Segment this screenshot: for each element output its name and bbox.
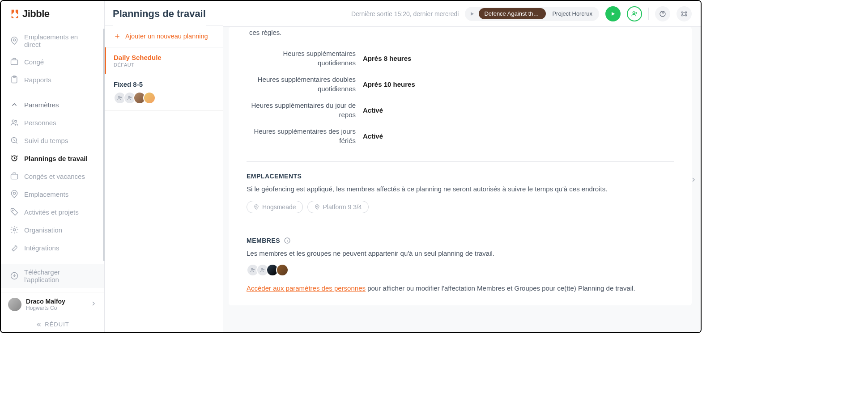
locations-section-title: EMPLACEMENTS bbox=[247, 173, 674, 180]
page-title: Plannings de travail bbox=[113, 8, 206, 20]
nav-time-tracking[interactable]: Suivi du temps bbox=[1, 131, 104, 149]
sidebar: Jibble Emplacements en direct Congé Rapp… bbox=[1, 1, 105, 332]
settings-button[interactable] bbox=[677, 6, 692, 21]
svg-point-18 bbox=[633, 12, 635, 14]
row-label: Heures supplémentaires quotidiennes bbox=[249, 49, 356, 68]
schedule-item-fixed[interactable]: Fixed 8-5 bbox=[105, 74, 223, 111]
overtime-row: Heures supplémentaires des jours fériés … bbox=[249, 123, 674, 149]
nav-integrations[interactable]: Intégrations bbox=[1, 239, 104, 257]
user-menu[interactable]: Draco Malfoy Hogwarts Co bbox=[1, 292, 104, 317]
collapse-sidebar-button[interactable]: RÉDUIT bbox=[1, 317, 104, 332]
nav-label: Activités et projets bbox=[24, 208, 79, 216]
nav-organisation[interactable]: Organisation bbox=[1, 221, 104, 239]
nav-reports[interactable]: Rapports bbox=[1, 71, 104, 89]
nav-label: Paramètres bbox=[24, 101, 59, 109]
members-section-title: MEMBRES bbox=[247, 237, 674, 244]
svg-point-0 bbox=[13, 39, 16, 41]
nav-live-locations[interactable]: Emplacements en direct bbox=[1, 29, 104, 53]
expand-panel-button[interactable] bbox=[689, 171, 698, 189]
user-org: Hogwarts Co bbox=[26, 305, 85, 311]
nav-label: Rapports bbox=[24, 76, 51, 84]
status-text: Dernière sortie 15:20, dernier mercredi bbox=[351, 10, 459, 17]
schedule-name: Daily Schedule bbox=[114, 54, 214, 61]
plus-icon bbox=[114, 33, 121, 40]
svg-rect-23 bbox=[685, 15, 687, 16]
nav-label: Personnes bbox=[24, 119, 56, 127]
logo-icon bbox=[10, 9, 20, 19]
help-button[interactable] bbox=[655, 6, 670, 21]
logo[interactable]: Jibble bbox=[1, 1, 104, 27]
add-schedule-button[interactable]: Ajouter un nouveau planning bbox=[105, 25, 223, 47]
nav-download-app[interactable]: Télécharger l'application bbox=[1, 264, 104, 288]
info-icon[interactable] bbox=[284, 237, 291, 244]
locations-section-desc: Si le géofencing est appliqué, les membr… bbox=[247, 184, 674, 194]
pin-icon bbox=[10, 36, 19, 45]
user-name: Draco Malfoy bbox=[26, 298, 85, 305]
overtime-row: Heures supplémentaires doubles quotidien… bbox=[249, 71, 674, 97]
location-tag[interactable]: Hogsmeade bbox=[247, 201, 303, 213]
avatar bbox=[8, 298, 21, 311]
pin-icon bbox=[10, 190, 19, 199]
row-value: Après 8 heures bbox=[363, 55, 411, 62]
svg-rect-1 bbox=[11, 60, 18, 65]
row-value: Après 10 heures bbox=[363, 80, 415, 88]
svg-point-9 bbox=[13, 192, 16, 194]
main: Plannings de travail Dernière sortie 15:… bbox=[223, 1, 701, 332]
svg-point-28 bbox=[253, 269, 254, 270]
nav-label: Télécharger l'application bbox=[24, 268, 95, 283]
chevron-up-icon bbox=[10, 100, 19, 109]
nav-label: Congés et vacances bbox=[24, 173, 85, 180]
topbar: Plannings de travail Dernière sortie 15:… bbox=[223, 1, 701, 27]
overtime-row: Heures supplémentaires quotidiennes Aprè… bbox=[249, 45, 674, 71]
add-label: Ajouter un nouveau planning bbox=[125, 33, 208, 40]
people-settings-link[interactable]: Accéder aux paramètres des personnes bbox=[247, 284, 366, 292]
svg-point-15 bbox=[120, 97, 121, 98]
gear-icon bbox=[10, 225, 19, 234]
project-pill[interactable]: Project Horcrux bbox=[547, 8, 598, 19]
activity-pill[interactable]: Defence Against the Da... bbox=[479, 8, 546, 19]
clock-search-icon bbox=[10, 136, 19, 145]
svg-point-10 bbox=[12, 210, 13, 211]
nav-locations[interactable]: Emplacements bbox=[1, 185, 104, 203]
members-link-tail: pour afficher ou modifier l'affectation … bbox=[366, 284, 635, 292]
nav-label: Suivi du temps bbox=[24, 137, 68, 144]
tag-icon bbox=[10, 207, 19, 216]
briefcase-icon bbox=[10, 57, 19, 66]
location-tag[interactable]: Platform 9 3/4 bbox=[307, 201, 369, 213]
nav-label: Plannings de travail bbox=[24, 155, 88, 162]
clock-in-button[interactable] bbox=[605, 6, 621, 21]
schedule-item-daily[interactable]: Daily Schedule DÉFAUT bbox=[105, 47, 223, 74]
schedule-name: Fixed 8-5 bbox=[114, 80, 214, 88]
nav-work-schedules[interactable]: Plannings de travail bbox=[1, 149, 104, 167]
row-value: Activé bbox=[363, 132, 383, 140]
location-tags: Hogsmeade Platform 9 3/4 bbox=[247, 201, 674, 213]
overtime-settings: Heures supplémentaires quotidiennes Aprè… bbox=[247, 45, 674, 149]
collapse-label: RÉDUIT bbox=[45, 321, 69, 328]
briefcase-icon bbox=[10, 172, 19, 181]
chevron-double-left-icon bbox=[36, 321, 42, 328]
svg-rect-21 bbox=[682, 15, 683, 16]
avatar bbox=[143, 92, 156, 104]
people-icon bbox=[10, 118, 19, 127]
members-avatar-stack bbox=[247, 264, 674, 276]
nav-leave-holidays[interactable]: Congés et vacances bbox=[1, 167, 104, 185]
members-section-desc: Les membres et les groupes ne peuvent ap… bbox=[247, 249, 674, 259]
play-small-button[interactable] bbox=[466, 8, 478, 20]
nav-people[interactable]: Personnes bbox=[1, 114, 104, 131]
nav-label: Organisation bbox=[24, 226, 62, 234]
nav-activities[interactable]: Activités et projets bbox=[1, 203, 104, 221]
svg-rect-20 bbox=[682, 12, 683, 13]
row-label: Heures supplémentaires des jours fériés bbox=[249, 127, 356, 145]
activity-pill-group: Defence Against the Da... Project Horcru… bbox=[465, 7, 599, 21]
nav-settings-header[interactable]: Paramètres bbox=[1, 96, 104, 114]
user-info: Draco Malfoy Hogwarts Co bbox=[26, 298, 85, 311]
members-title-text: MEMBRES bbox=[247, 237, 280, 244]
svg-point-11 bbox=[13, 229, 16, 231]
svg-point-30 bbox=[263, 269, 264, 270]
svg-point-25 bbox=[316, 206, 318, 207]
add-user-button[interactable] bbox=[627, 6, 642, 21]
row-label: Heures supplémentaires du jour de repos bbox=[249, 101, 356, 119]
location-tag-label: Platform 9 3/4 bbox=[323, 203, 362, 211]
svg-point-17 bbox=[130, 97, 131, 98]
nav-leave[interactable]: Congé bbox=[1, 53, 104, 71]
